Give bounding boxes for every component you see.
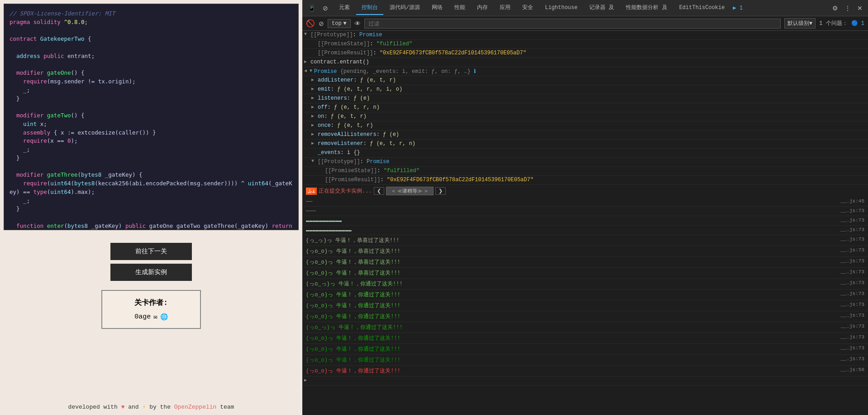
- clear-console-button[interactable]: 🚫: [306, 19, 315, 28]
- filter-toggle-button[interactable]: ⊘: [319, 20, 324, 27]
- email-icon: ✉: [153, 313, 157, 321]
- expand-arrow[interactable]: ▶: [311, 77, 316, 82]
- expand-arrow[interactable]: ▶: [311, 122, 316, 128]
- top-context-dropdown[interactable]: top ▼: [328, 19, 351, 28]
- expand-arrow[interactable]: ▼: [311, 159, 316, 164]
- console-entry: removeAllListeners: ƒ (e): [318, 131, 866, 138]
- success-msg: (っo_o)っ 牛逼！，你通过了这关!!! __.js:73: [302, 344, 868, 355]
- console-row: ▶ on: ƒ (e, t, r): [302, 112, 868, 121]
- alert-prev-button[interactable]: ❮: [374, 187, 384, 195]
- tab-recorder[interactable]: 记录器 及: [584, 1, 620, 15]
- console-entry: emit: ƒ (e, t, r, n, i, o): [318, 86, 866, 92]
- tab-lighthouse[interactable]: Lighthouse: [539, 2, 583, 14]
- tab-sources[interactable]: 源代码/源源: [384, 1, 425, 15]
- msg-source: __.js:73: [840, 280, 864, 288]
- expand-arrow[interactable]: ▶: [311, 113, 316, 119]
- tab-elements[interactable]: 元素: [334, 1, 355, 15]
- console-row: [[PromiseResult]]: "0xE92F4FD673fCB0f578…: [302, 49, 868, 58]
- expand-arrow[interactable]: ▼: [304, 32, 309, 37]
- alert-confirm-button[interactable]: ＜ ≪请稍等≫ ＞: [386, 187, 434, 195]
- success-msg: (っo_o)っ 牛逼！，你通过了这关!!! __.js:73: [302, 290, 868, 300]
- code-editor: // SPDX-License-Identifier: MIT pragma s…: [4, 4, 299, 230]
- indent-spacer: [311, 150, 316, 154]
- alert-text: 正在提交关卡实例...: [319, 187, 372, 195]
- lightning-icon: ⚡: [142, 404, 146, 410]
- more-options-icon[interactable]: ⋮: [843, 4, 853, 13]
- expand-arrow[interactable]: ▶: [304, 377, 309, 383]
- msg-text: (っo_o)っ 牛逼！，恭喜过了这关!!!: [306, 247, 401, 255]
- devtools-tabs: 元素 控制台 源代码/源源 网络 性能 内存 应用 安全 Lighthouse …: [334, 1, 743, 15]
- success-msg: (っ_っ)っ 牛逼！，恭喜过了这关!!! __.js:73: [302, 235, 868, 246]
- msg-text: (っo_っ)っ 牛逼！，你通过了这关!!!: [306, 323, 403, 331]
- success-msg: (っo_o)っ 牛逼！，你通过了这关!!! __.js:73: [302, 311, 868, 322]
- tab-network[interactable]: 网络: [426, 1, 448, 15]
- console-output[interactable]: ▼ [[Prototype]]: Promise [[PromiseState]…: [302, 31, 868, 415]
- console-entry: [[PromiseResult]]: "0xE92F4FD673fCB0f578…: [318, 50, 866, 56]
- console-row: ◀ ▼ Promise {pending, _events: i, emit: …: [302, 67, 868, 76]
- success-msg: ▬▬▬▬▬▬▬▬▬▬▬ __.js:73: [302, 216, 868, 226]
- expand-arrow[interactable]: ▶: [304, 59, 309, 64]
- tab-perf-insights[interactable]: 性能数据分析 及: [620, 1, 672, 15]
- tab-console[interactable]: 控制台: [356, 1, 383, 15]
- console-entry: on: ƒ (e, t, r): [318, 113, 866, 120]
- alert-next-button[interactable]: ❯: [435, 187, 446, 195]
- msg-text: (っ_っ)っ 牛逼！，恭喜过了这关!!!: [306, 236, 399, 244]
- filter-input[interactable]: [364, 19, 781, 29]
- close-devtools-icon[interactable]: ✕: [855, 4, 864, 13]
- left-panel: // SPDX-License-Identifier: MIT pragma s…: [0, 0, 302, 415]
- msg-source: __.js:73: [840, 323, 864, 331]
- console-entry: _events: i {}: [318, 150, 866, 156]
- msg-source: __.js:73: [840, 334, 864, 342]
- console-row-bottom: ▶: [302, 376, 868, 386]
- expand-arrow[interactable]: ▶: [311, 140, 316, 146]
- msg-source: __.js:73: [840, 356, 864, 364]
- msg-text: ——: [306, 198, 312, 205]
- issue-count: 1 个问题：: [819, 19, 847, 27]
- success-msg: (っo_o)っ 牛逼！，你通过了这关!!! __.js:73: [302, 333, 868, 344]
- tab-performance[interactable]: 性能: [449, 1, 471, 15]
- chevron-down-icon: ▼: [343, 20, 347, 27]
- console-row: ▶ contract.entrant(): [302, 58, 868, 67]
- console-row: ▶ removeAllListeners: ƒ (e): [302, 130, 868, 140]
- console-entry: removeListener: ƒ (e, t, r, n): [318, 140, 866, 147]
- expand-arrow[interactable]: ▶: [311, 104, 316, 110]
- author-name: 0age ✉ 🌐: [113, 313, 189, 321]
- eye-icon[interactable]: 👁: [354, 20, 361, 27]
- success-msg: (っo_o)っ 牛逼！，你通过了这关!!! __.js:73: [302, 355, 868, 366]
- console-row: ▶ addListener: ƒ (e, t, r): [302, 76, 868, 85]
- devtools-panel: 📱 ⊘ 元素 控制台 源代码/源源 网络 性能 内存 应用 安全 Lightho…: [302, 0, 868, 415]
- console-row: ▼ [[Prototype]]: Promise: [302, 31, 868, 40]
- settings-icon[interactable]: ⚙: [830, 4, 840, 13]
- device-toolbar-icon[interactable]: 📱: [306, 4, 317, 13]
- tab-application[interactable]: 应用: [494, 1, 516, 15]
- top-label: top: [332, 20, 342, 27]
- expand-arrow[interactable]: ▶: [311, 95, 316, 101]
- level-author-box: 关卡作者: 0age ✉ 🌐: [101, 290, 201, 329]
- msg-text-final: (っo_o)っ 牛逼！，你通过了这关!!!: [306, 367, 401, 375]
- success-msg: (っo_o)っ 牛逼！，恭喜过了这关!!! __.js:73: [302, 246, 868, 257]
- msg-source: __.js:73: [840, 217, 864, 224]
- msg-source: __.js:73: [840, 236, 864, 244]
- inspect-icon[interactable]: ⊘: [321, 4, 330, 13]
- globe-icon: 🌐: [160, 313, 168, 321]
- tab-editthiscookie[interactable]: EditThisCookie: [674, 2, 730, 14]
- expand-arrow[interactable]: ◀ ▼: [304, 68, 312, 73]
- generate-instance-button[interactable]: 生成新实例: [110, 264, 192, 281]
- console-entry: Promise {pending, _events: i, emit: ƒ, o…: [314, 68, 866, 75]
- msg-text: ▬▬▬▬▬▬▬▬▬▬▬▬▬▬: [306, 227, 352, 233]
- msg-text: (っo_o)っ 牛逼！，你通过了这关!!!: [306, 313, 401, 320]
- success-msg: (っo_o)っ 牛逼！，你通过了这关!!! __.js:56: [302, 366, 868, 376]
- expand-arrow[interactable]: ▶: [311, 86, 316, 92]
- tab-security[interactable]: 安全: [517, 1, 539, 15]
- next-level-button[interactable]: 前往下一关: [110, 243, 192, 260]
- footer-and: and: [128, 404, 142, 410]
- success-msg: (っo_っ)っ 牛逼！，你通过了这关!!! __.js:73: [302, 279, 868, 290]
- expand-arrow[interactable]: ▶: [311, 131, 316, 137]
- tab-memory[interactable]: 内存: [472, 1, 493, 15]
- footer-text3: by the: [149, 404, 174, 410]
- success-msg: ▬▬▬▬▬▬▬▬▬▬▬▬▬▬ __.js:73: [302, 226, 868, 235]
- indent-spacer: [311, 41, 316, 46]
- log-level-dropdown[interactable]: 默认级别▼: [784, 18, 816, 29]
- msg-source: __.js:73: [840, 247, 864, 255]
- openzeppelin-link[interactable]: OpenZeppelin: [174, 404, 217, 410]
